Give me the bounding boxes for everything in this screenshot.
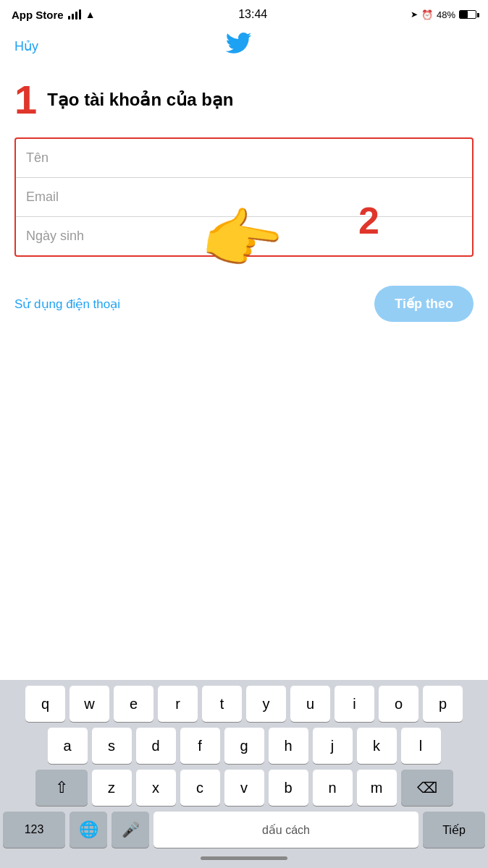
email-input[interactable]	[26, 190, 462, 205]
cancel-button[interactable]: Hủy	[14, 38, 38, 54]
wifi-icon: ▲	[85, 9, 96, 20]
numbers-key[interactable]: 123	[3, 812, 65, 848]
key-d[interactable]: d	[136, 728, 176, 764]
status-right: ➤ ⏰ 48%	[411, 9, 476, 20]
key-c[interactable]: c	[180, 770, 220, 806]
status-left: App Store ▲	[12, 9, 96, 21]
battery-fill	[460, 11, 468, 18]
key-k[interactable]: k	[357, 728, 397, 764]
key-f[interactable]: f	[180, 728, 220, 764]
done-key[interactable]: Tiếp	[423, 812, 485, 848]
key-y[interactable]: y	[246, 686, 286, 722]
battery-icon	[459, 10, 476, 19]
backspace-key[interactable]: ⌫	[401, 770, 453, 806]
step-title: Tạo tài khoản của bạn	[47, 90, 233, 110]
key-u[interactable]: u	[290, 686, 330, 722]
home-indicator	[3, 851, 485, 865]
mic-key[interactable]: 🎤	[112, 812, 149, 848]
location-icon: ➤	[411, 9, 418, 20]
key-a[interactable]: a	[48, 728, 88, 764]
key-r[interactable]: r	[158, 686, 198, 722]
key-t[interactable]: t	[202, 686, 242, 722]
main-content: 1 Tạo tài khoản của bạn 2 👈 Sử dụng điện…	[0, 65, 488, 333]
name-field-container	[16, 139, 472, 178]
keyboard: q w e r t y u i o p a s d f g h j k l ⇧ …	[0, 680, 488, 868]
space-key[interactable]: dấu cách	[153, 812, 418, 848]
birthday-input[interactable]	[26, 229, 462, 244]
keyboard-row-3: ⇧ z x c v b n m ⌫	[3, 770, 485, 806]
keyboard-row-bottom: 123 🌐 🎤 dấu cách Tiếp	[3, 812, 485, 848]
key-v[interactable]: v	[224, 770, 264, 806]
form-box	[14, 137, 474, 257]
key-h[interactable]: h	[269, 728, 308, 764]
alarm-icon: ⏰	[421, 9, 433, 20]
step-number: 1	[14, 80, 37, 120]
battery-percent: 48%	[437, 9, 455, 20]
key-x[interactable]: x	[136, 770, 176, 806]
name-input[interactable]	[26, 150, 462, 166]
key-z[interactable]: z	[92, 770, 132, 806]
key-q[interactable]: q	[25, 686, 65, 722]
key-n[interactable]: n	[313, 770, 353, 806]
twitter-logo	[224, 29, 253, 64]
email-field-container	[16, 178, 472, 217]
key-j[interactable]: j	[313, 728, 353, 764]
key-b[interactable]: b	[269, 770, 308, 806]
status-bar: App Store ▲ 13:44 ➤ ⏰ 48%	[0, 0, 488, 27]
keyboard-row-2: a s d f g h j k l	[3, 728, 485, 764]
birthday-field-container	[16, 217, 472, 255]
key-e[interactable]: e	[114, 686, 153, 722]
nav-bar: Hủy	[0, 27, 488, 65]
key-w[interactable]: w	[70, 686, 109, 722]
key-o[interactable]: o	[379, 686, 418, 722]
key-g[interactable]: g	[224, 728, 264, 764]
time-display: 13:44	[238, 8, 267, 21]
key-i[interactable]: i	[335, 686, 374, 722]
keyboard-row-1: q w e r t y u i o p	[3, 686, 485, 722]
key-s[interactable]: s	[92, 728, 132, 764]
action-row: 2 👈 Sử dụng điện thoại Tiếp theo	[14, 278, 474, 333]
carrier-label: App Store	[12, 9, 64, 21]
key-l[interactable]: l	[401, 728, 441, 764]
home-bar	[201, 856, 287, 860]
next-button[interactable]: Tiếp theo	[374, 286, 474, 322]
globe-key[interactable]: 🌐	[70, 812, 107, 848]
key-m[interactable]: m	[357, 770, 397, 806]
key-p[interactable]: p	[423, 686, 463, 722]
use-phone-link[interactable]: Sử dụng điện thoại	[14, 297, 120, 312]
step-header: 1 Tạo tài khoản của bạn	[14, 80, 474, 120]
signal-bars-icon	[68, 9, 81, 20]
shift-key[interactable]: ⇧	[35, 770, 88, 806]
